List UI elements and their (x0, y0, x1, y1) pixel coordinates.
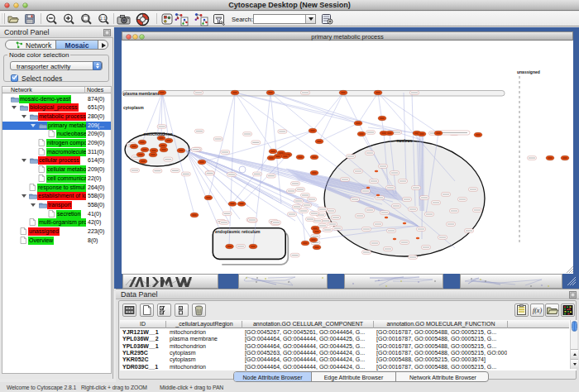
svg-text:cytoplasm: cytoplasm (123, 105, 144, 110)
svg-text:nucleus: nucleus (397, 138, 413, 143)
svg-text:plasma membrane: plasma membrane (123, 91, 160, 96)
svg-text:endoplasmic reticulum: endoplasmic reticulum (215, 229, 261, 234)
svg-text:1:1: 1:1 (100, 16, 107, 21)
svg-text:f(x): f(x) (533, 307, 542, 314)
svg-text:unassigned: unassigned (517, 69, 540, 74)
svg-text:mitochondrion: mitochondrion (144, 131, 173, 136)
